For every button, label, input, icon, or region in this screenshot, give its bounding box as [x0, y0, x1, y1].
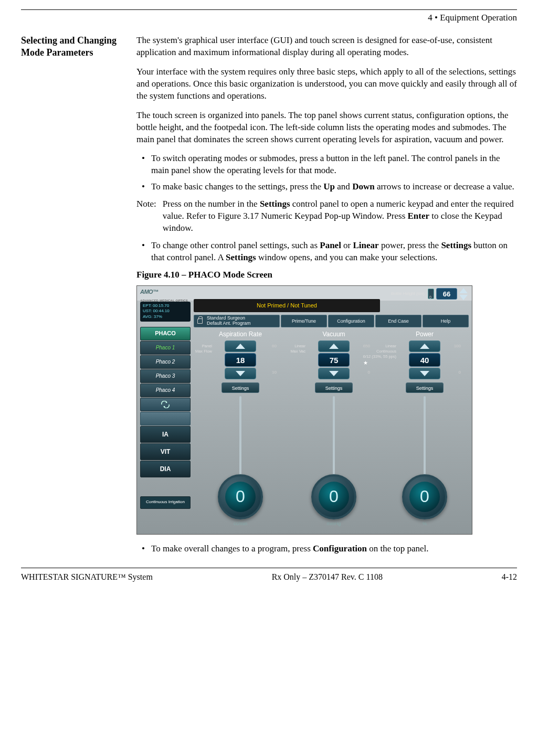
aspiration-title: Aspiration Rate [196, 330, 285, 338]
power-max: 100 [454, 344, 461, 349]
prime-tune-button[interactable]: Prime/Tune [281, 315, 327, 327]
power-down-button[interactable] [409, 368, 440, 379]
aspiration-unit: cc/min [215, 520, 266, 527]
sidebar-blank [140, 412, 191, 425]
arrow-down-icon [420, 371, 429, 376]
vacuum-down-button[interactable] [318, 368, 350, 379]
paragraph-3: The touch screen is organized into panel… [136, 110, 517, 146]
vacuum-title: Vacuum [289, 330, 378, 338]
bottle-up-icon[interactable] [459, 288, 468, 293]
arrow-up-icon [329, 344, 339, 349]
continuous-irrigation-button[interactable]: Continuous Irrigation [140, 496, 191, 509]
section-title: Selecting and Changing Mode Parameters [21, 35, 121, 59]
power-title: Power [383, 330, 467, 338]
footer-right: 4-12 [502, 571, 517, 583]
sidebar-refresh[interactable] [140, 398, 191, 411]
aspiration-max: 60 [272, 344, 277, 349]
lock-icon [197, 318, 203, 324]
vacuum-info: Linear Max Vac [277, 344, 305, 354]
bottle-icon [428, 289, 434, 299]
power-min: 0 [459, 370, 461, 376]
paragraph-1: The system's graphical user interface (G… [136, 35, 517, 59]
bottle-label: Bottle Height (cm) [391, 291, 425, 297]
bottle-value[interactable]: 66 [436, 288, 457, 300]
footer-center: Rx Only – Z370147 Rev. C 1108 [272, 571, 383, 583]
sidebar-phaco4[interactable]: Phaco 4 [140, 384, 191, 397]
end-case-button[interactable]: End Case [375, 315, 421, 327]
aspiration-down-button[interactable] [225, 368, 256, 379]
configuration-button[interactable]: Configuration [328, 315, 374, 327]
sidebar-vit[interactable]: VIT [140, 443, 191, 460]
sidebar-phaco[interactable]: PHACO [140, 327, 191, 340]
bottle-down-icon[interactable] [459, 295, 468, 300]
star-icon: ★ [363, 359, 368, 367]
stats-panel: EPT: 00:15.70 UST: 00:44.10 AVG: 37% [140, 302, 191, 322]
bullet-3: To change other control panel settings, … [136, 240, 517, 264]
paragraph-2: Your interface with the system requires … [136, 66, 517, 102]
help-button[interactable]: Help [423, 315, 469, 327]
bottle-height-control[interactable]: Bottle Height (cm) 66 [391, 288, 468, 300]
refresh-icon [161, 401, 170, 408]
arrow-down-icon [329, 371, 339, 376]
page-footer: WHITESTAR SIGNATURE™ System Rx Only – Z3… [21, 571, 517, 583]
power-up-button[interactable] [409, 340, 440, 352]
note: Note: Press on the number in the Setting… [136, 198, 517, 235]
phaco-mode-screenshot: AMO™ ADVANCED MEDICAL OPTICS Not Primed … [136, 285, 472, 535]
power-dial: 0 [402, 474, 447, 519]
aspiration-min: 10 [272, 370, 277, 376]
status-bar: Not Primed / Not Tuned [194, 299, 380, 312]
aspiration-up-button[interactable] [225, 340, 256, 352]
vacuum-min: 0 [368, 370, 370, 376]
sidebar-phaco3[interactable]: Phaco 3 [140, 369, 191, 383]
vacuum-dial: 0 [311, 474, 356, 519]
power-unit: % [399, 520, 450, 527]
vacuum-up-button[interactable] [318, 340, 350, 352]
power-info: Linear Continuous 6/12 (33%, 55 pps) [357, 344, 396, 359]
aspiration-info: Panel Max Flow [183, 344, 212, 354]
arrow-down-icon [236, 371, 245, 376]
page-header: 4 • Equipment Operation [21, 12, 517, 24]
bullet-1: To switch operating modes or submodes, p… [136, 153, 517, 177]
bullet-4: To make overall changes to a program, pr… [136, 543, 517, 555]
sidebar-dia[interactable]: DIA [140, 461, 191, 477]
figure-caption: Figure 4.10 – PHACO Mode Screen [136, 269, 517, 281]
aspiration-dial: 0 [218, 474, 263, 519]
aspiration-settings-button[interactable]: Settings [221, 382, 259, 393]
surgeon-program-button[interactable]: Standard Surgeon Default Ant. Program [194, 315, 280, 327]
arrow-up-icon [420, 344, 429, 349]
aspiration-value[interactable]: 18 [225, 353, 256, 367]
sidebar-phaco2[interactable]: Phaco 2 [140, 355, 191, 369]
footer-left: WHITESTAR SIGNATURE™ System [21, 571, 153, 583]
arrow-up-icon [236, 344, 245, 349]
power-value[interactable]: 40 [409, 353, 440, 367]
vacuum-settings-button[interactable]: Settings [315, 382, 353, 393]
sidebar-ia[interactable]: IA [140, 426, 191, 443]
vacuum-unit: mmHg [308, 520, 360, 527]
vacuum-value[interactable]: 75 [318, 353, 350, 367]
power-settings-button[interactable]: Settings [406, 382, 444, 393]
bullet-2: To make basic changes to the settings, p… [136, 181, 517, 193]
